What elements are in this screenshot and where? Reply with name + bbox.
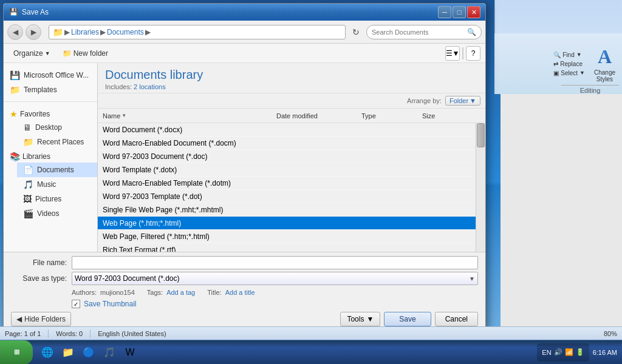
- templates-icon: 📁: [10, 85, 20, 95]
- close-button[interactable]: ✕: [467, 6, 480, 18]
- start-button[interactable]: ⊞: [0, 340, 33, 365]
- addr-documents[interactable]: Documents: [107, 28, 144, 36]
- select-button[interactable]: ▣ Select ▼: [551, 69, 587, 77]
- libraries-group[interactable]: 📚 Libraries: [4, 149, 97, 163]
- file-list-scrollbar[interactable]: [476, 123, 485, 252]
- add-title-link[interactable]: Add a title: [225, 289, 255, 296]
- nav-item-music[interactable]: 🎵 Music: [17, 177, 97, 192]
- new-folder-label: New folder: [73, 49, 108, 58]
- file-type-name: Word Macro-Enabled Template (*.dotm): [103, 179, 471, 187]
- tags-item: Tags: Add a tag: [147, 289, 195, 296]
- start-icon: ⊞: [14, 348, 19, 356]
- system-tray: EN 🔊 📶 🔋: [537, 343, 589, 362]
- tools-button[interactable]: Tools ▼: [340, 312, 380, 326]
- nav-item-desktop[interactable]: 🖥 Desktop: [17, 120, 97, 135]
- title-label: Title:: [207, 289, 221, 296]
- recent-label: Recent Places: [37, 138, 84, 146]
- save-button[interactable]: Save: [384, 312, 431, 326]
- file-type-item[interactable]: Word Macro-Enabled Document (*.docm): [98, 136, 476, 150]
- col-date-header[interactable]: Date modified: [276, 112, 361, 120]
- file-type-name: Word Document (*.docx): [103, 126, 471, 134]
- arrange-label: Arrange by:: [407, 97, 442, 104]
- favorites-group[interactable]: ★ Favorites: [4, 107, 97, 120]
- file-type-item[interactable]: Web Page, Filtered (*.htm;*.html): [98, 230, 476, 243]
- minimize-button[interactable]: ─: [438, 6, 451, 18]
- templates-label: Templates: [24, 86, 57, 94]
- documents-label: Documents: [37, 166, 74, 174]
- library-header: Documents library Includes: 2 locations: [98, 63, 485, 93]
- file-type-item[interactable]: Word Macro-Enabled Template (*.dotm): [98, 177, 476, 190]
- recent-icon: 📁: [23, 137, 33, 147]
- change-styles-button[interactable]: A Change Styles: [590, 43, 619, 85]
- nav-item-pictures[interactable]: 🖼 Pictures: [17, 192, 97, 206]
- documents-icon: 📄: [23, 165, 33, 175]
- new-folder-button[interactable]: 📁 New folder: [58, 47, 113, 59]
- find-button[interactable]: 🔍 Find ▼: [551, 51, 587, 59]
- meta-row: Authors: mujiono154 Tags: Add a tag Titl…: [72, 288, 478, 297]
- hide-folders-button[interactable]: ◀ Hide Folders: [11, 312, 71, 326]
- scrollbar-thumb[interactable]: [477, 123, 485, 147]
- col-type-header[interactable]: Type: [361, 112, 422, 120]
- msoffice-label: Microsoft Office W...: [24, 71, 89, 79]
- search-input[interactable]: [372, 29, 465, 36]
- thumbnail-label[interactable]: Save Thumbnail: [84, 300, 137, 308]
- toolbar-right: ☰▼ ?: [445, 46, 480, 61]
- taskbar-ie-icon[interactable]: 🌐: [38, 343, 57, 362]
- file-type-item[interactable]: Web Page (*.htm;*.html): [98, 217, 476, 230]
- battery-icon: 🔋: [576, 348, 584, 356]
- file-type-item[interactable]: Word Document (*.docx): [98, 123, 476, 136]
- cancel-button[interactable]: Cancel: [435, 312, 478, 326]
- taskbar-explorer-icon[interactable]: 📁: [58, 343, 78, 362]
- addr-sep-2: ▶: [100, 28, 106, 36]
- taskbar-chrome-icon[interactable]: 🔵: [79, 343, 98, 362]
- sort-arrow-icon: ▼: [121, 113, 126, 118]
- address-path[interactable]: 📁 ▶ Libraries ▶ Documents ▶: [49, 25, 346, 39]
- music-label: Music: [37, 180, 56, 189]
- search-box[interactable]: 🔍: [366, 25, 482, 39]
- col-name-header[interactable]: Name ▼: [103, 112, 276, 120]
- arrange-arrow-icon: ▼: [470, 97, 476, 104]
- dialog-title: Save As: [22, 8, 438, 16]
- saveas-arrow-icon: ▼: [469, 275, 475, 282]
- nav-item-templates[interactable]: 📁 Templates: [4, 83, 97, 97]
- addr-libraries[interactable]: Libraries: [71, 28, 99, 36]
- thumbnail-checkbox[interactable]: ✓: [72, 300, 80, 308]
- nav-item-documents[interactable]: 📄 Documents: [17, 163, 97, 177]
- file-type-item[interactable]: Word Template (*.dotx): [98, 163, 476, 177]
- msoffice-icon: 💾: [10, 70, 20, 80]
- arrange-button[interactable]: Folder ▼: [445, 96, 480, 106]
- organize-button[interactable]: Organize ▼: [9, 47, 55, 59]
- view-toggle-button[interactable]: ☰▼: [445, 46, 460, 61]
- editing-label: Editing: [561, 85, 619, 94]
- nav-item-recent[interactable]: 📁 Recent Places: [17, 135, 97, 149]
- filename-input[interactable]: [72, 256, 478, 269]
- replace-button[interactable]: ⇄ Replace: [551, 60, 587, 68]
- col-size-header[interactable]: Size: [422, 112, 471, 120]
- saveas-dropdown[interactable]: Word 97-2003 Document (*.doc) ▼: [72, 272, 478, 285]
- dialog-bottom: File name: Save as type: Word 97-2003 Do…: [4, 252, 485, 330]
- address-bar: ◀ ▶ 📁 ▶ Libraries ▶ Documents ▶ ↻ 🔍: [4, 21, 485, 44]
- help-button[interactable]: ?: [466, 46, 480, 61]
- network-icon: 📶: [565, 348, 573, 356]
- taskbar-media-icon[interactable]: 🎵: [100, 343, 119, 362]
- folder-icon: 📁: [53, 27, 63, 37]
- nav-item-videos[interactable]: 🎬 Videos: [17, 206, 97, 221]
- forward-button[interactable]: ▶: [26, 24, 41, 40]
- refresh-button[interactable]: ↻: [348, 24, 364, 40]
- library-sub: Includes: 2 locations: [105, 83, 478, 90]
- add-tag-link[interactable]: Add a tag: [166, 289, 195, 296]
- file-type-item[interactable]: Word 97-2003 Document (*.doc): [98, 150, 476, 163]
- file-type-name: Web Page (*.htm;*.html): [103, 219, 471, 228]
- title-item: Title: Add a title: [207, 289, 255, 296]
- window-controls: ─ □ ✕: [438, 6, 480, 18]
- locations-link[interactable]: 2 locations: [134, 83, 166, 90]
- file-type-item[interactable]: Rich Text Format (*.rtf): [98, 243, 476, 252]
- taskbar-word-icon[interactable]: W: [120, 343, 140, 362]
- dialog-title-icon: 💾: [9, 7, 18, 17]
- file-type-item[interactable]: Word 97-2003 Template (*.dot): [98, 190, 476, 203]
- maximize-button[interactable]: □: [453, 6, 466, 18]
- file-type-item[interactable]: Single File Web Page (*.mht;*.mhtml): [98, 203, 476, 217]
- back-button[interactable]: ◀: [7, 24, 23, 40]
- nav-item-msoffice[interactable]: 💾 Microsoft Office W...: [4, 68, 97, 83]
- file-type-name: Rich Text Format (*.rtf): [103, 246, 471, 252]
